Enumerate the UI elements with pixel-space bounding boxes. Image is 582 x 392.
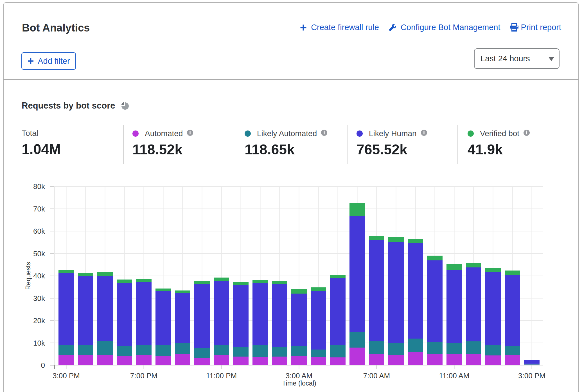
svg-text:Time (local): Time (local) xyxy=(282,380,316,387)
svg-text:30k: 30k xyxy=(33,294,45,303)
svg-text:3:00 PM: 3:00 PM xyxy=(518,371,545,380)
svg-text:3:00 AM: 3:00 AM xyxy=(286,371,312,380)
svg-text:20k: 20k xyxy=(33,316,45,325)
svg-text:11:00 PM: 11:00 PM xyxy=(206,371,237,380)
svg-text:70k: 70k xyxy=(33,205,45,213)
svg-text:80k: 80k xyxy=(33,182,45,191)
svg-text:50k: 50k xyxy=(33,249,45,258)
svg-text:40k: 40k xyxy=(33,272,45,280)
svg-text:0: 0 xyxy=(41,361,45,370)
svg-text:11:00 AM: 11:00 AM xyxy=(439,371,470,380)
svg-text:7:00 AM: 7:00 AM xyxy=(363,371,390,380)
svg-text:60k: 60k xyxy=(33,227,45,235)
svg-text:3:00 PM: 3:00 PM xyxy=(53,371,80,380)
svg-text:Requests: Requests xyxy=(24,262,32,290)
svg-text:10k: 10k xyxy=(33,339,45,347)
svg-text:7:00 PM: 7:00 PM xyxy=(130,371,157,380)
